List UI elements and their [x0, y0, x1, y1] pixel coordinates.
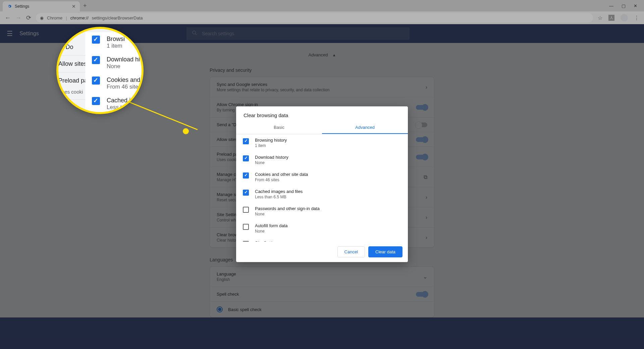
tab-title: Settings: [15, 4, 69, 9]
dialog-title: Clear browsing data: [236, 106, 408, 121]
bookmark-icon[interactable]: ☆: [598, 15, 602, 21]
checkbox[interactable]: [243, 207, 249, 213]
menu-icon[interactable]: ⋮: [634, 15, 639, 21]
dialog-item[interactable]: Passwords and other sign-in dataNone: [236, 203, 408, 220]
close-window-button[interactable]: ✕: [634, 3, 637, 8]
dialog-overlay: Clear browsing data Basic Advanced Brows…: [0, 24, 644, 349]
tab-bar: Settings ✕ + — ▢ ✕: [0, 0, 644, 11]
dialog-item[interactable]: Autofill form dataNone: [236, 220, 408, 237]
forward-button[interactable]: →: [15, 14, 21, 21]
dialog-tabs: Basic Advanced: [236, 121, 408, 134]
checkbox[interactable]: [243, 241, 249, 242]
back-button[interactable]: ←: [5, 14, 11, 21]
dialog-item[interactable]: Cookies and other site dataFrom 46 sites: [236, 168, 408, 186]
browser-tab[interactable]: Settings ✕: [3, 1, 80, 11]
url-path: settings/clearBrowserData: [92, 15, 143, 20]
dialog-body[interactable]: Browsing history1 itemDownload historyNo…: [236, 134, 408, 242]
dialog-item[interactable]: Download historyNone: [236, 151, 408, 168]
profile-avatar[interactable]: [621, 14, 628, 21]
cancel-button[interactable]: Cancel: [337, 246, 365, 257]
close-icon[interactable]: ✕: [72, 4, 76, 9]
checkbox[interactable]: [243, 172, 249, 179]
tab-advanced[interactable]: Advanced: [322, 121, 408, 134]
settings-page: ☰ Settings Advanced ▴ Privacy and securi…: [0, 24, 644, 349]
address-bar: ← → ⟳ ◉ Chrome | chrome://settings/clear…: [0, 11, 644, 24]
reload-button[interactable]: ⟳: [26, 14, 31, 21]
extension-icon[interactable]: 人: [608, 15, 614, 21]
browser-chrome: Settings ✕ + — ▢ ✕ ← → ⟳ ◉ Chrome | chro…: [0, 0, 644, 24]
url-host: chrome://: [70, 15, 89, 20]
new-tab-button[interactable]: +: [83, 2, 87, 9]
dialog-actions: Cancel Clear data: [236, 242, 408, 262]
minimize-button[interactable]: —: [609, 3, 613, 8]
window-controls: — ▢ ✕: [609, 3, 644, 8]
clear-browsing-data-dialog: Clear browsing data Basic Advanced Brows…: [236, 106, 408, 262]
dialog-item[interactable]: Cached images and filesLess than 6.5 MB: [236, 186, 408, 203]
url-secure-label: Chrome: [47, 15, 62, 20]
tab-basic[interactable]: Basic: [236, 121, 322, 134]
maximize-button[interactable]: ▢: [622, 3, 626, 8]
checkbox[interactable]: [243, 224, 249, 230]
clear-data-button[interactable]: Clear data: [368, 246, 402, 257]
checkbox[interactable]: [243, 138, 249, 144]
callout-dot: [183, 128, 189, 134]
dialog-item[interactable]: Site SettingsNone: [236, 237, 408, 242]
dialog-item[interactable]: Browsing history1 item: [236, 134, 408, 151]
chrome-icon: ◉: [40, 15, 44, 20]
settings-gear-icon: [7, 4, 12, 9]
checkbox[interactable]: [243, 190, 249, 196]
checkbox[interactable]: [243, 155, 249, 161]
url-box[interactable]: ◉ Chrome | chrome://settings/clearBrowse…: [36, 13, 593, 22]
